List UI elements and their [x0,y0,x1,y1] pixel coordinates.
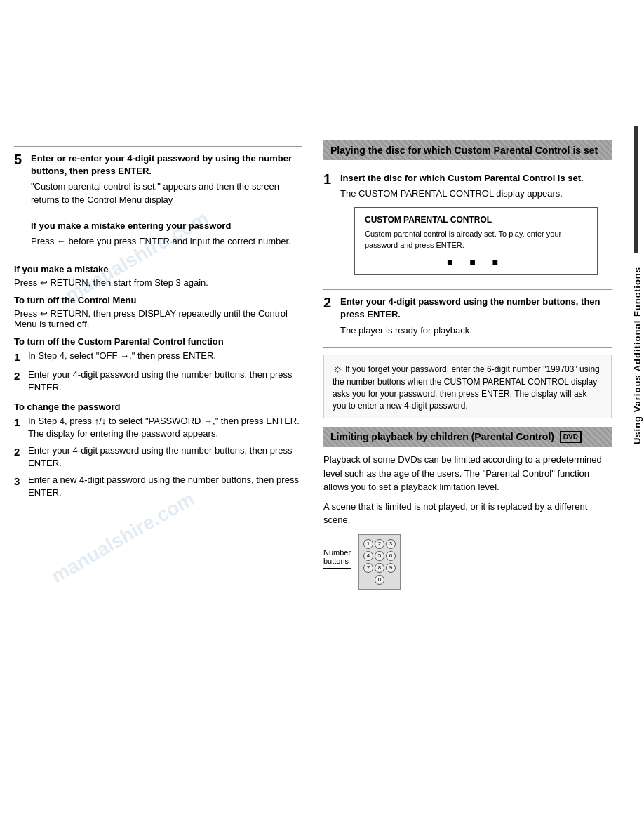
change-password-label: To change the password [14,402,302,412]
sidebar-bar [634,126,638,253]
step-1-number: 1 [323,172,336,282]
num-btn-1: 1 [363,539,373,549]
step-1-content: Insert the disc for which Custom Parenta… [340,172,612,282]
list-item: 1 In Step 4, select "OFF →," then press … [14,350,302,364]
num-btn-6: 6 [386,551,396,561]
display-box-icons: ■ ■ ■ [365,256,587,267]
num-buttons-label2: buttons [323,557,349,565]
limiting-section: Limiting playback by children (Parental … [323,427,612,590]
step-2: 2 Enter your 4-digit password using the … [323,296,612,340]
num-btn-7: 7 [363,563,373,573]
step-5-bold: Enter or re-enter your 4-digit password … [31,152,302,178]
tip-icon: ☼ [333,362,343,374]
left-column: 5 Enter or re-enter your 4-digit passwor… [14,140,309,590]
num-row-3: 7 8 9 [363,563,396,573]
list-item: 2 Enter your 4-digit password using the … [14,369,302,394]
turn-off-control-menu-label: To turn off the Control Menu [14,295,302,305]
custom-parental-control-display: CUSTOM PARENTAL CONTROL Custom parental … [354,207,598,275]
display-box-text: Custom parental control is already set. … [365,229,587,251]
num-row-4: 0 [363,575,396,585]
step-5-desc: "Custom parental control is set." appear… [31,180,302,206]
step-2-bold: Enter your 4-digit password using the nu… [340,296,612,321]
num-btn-0: 0 [375,575,384,585]
num-buttons-label-area: Number buttons [323,534,351,569]
num-btn-4: 4 [363,551,373,561]
num-buttons-label: Number [323,548,351,557]
display-box-title: CUSTOM PARENTAL CONTROL [365,215,587,225]
step-2-number: 2 [323,296,336,340]
step-1-desc: The CUSTOM PARENTAL CONTROL display appe… [340,187,612,200]
limiting-text-1: Playback of some DVDs can be limited acc… [323,453,612,494]
step-5-content: Enter or re-enter your 4-digit password … [31,152,302,251]
right-sidebar: Using Various Additional Functions [619,0,644,834]
password-mistake-label: If you make a mistake entering your pass… [31,220,302,232]
num-btn-9: 9 [386,563,396,573]
list-item: 2 Enter your 4-digit password using the … [14,444,302,470]
right-column: Playing the disc for which Custom Parent… [316,140,612,590]
num-buttons-area: Number buttons 1 2 3 4 [323,534,612,590]
num-btn-5: 5 [375,551,384,561]
limiting-text-2: A scene that is limited is not played, o… [323,500,612,527]
turn-off-custom-label: To turn off the Custom Parental Control … [14,336,302,347]
num-buttons-image: 1 2 3 4 5 6 7 8 [358,534,401,590]
num-btn-3: 3 [386,539,396,549]
turn-off-control-menu-section: To turn off the Control Menu Press ↩ RET… [14,295,302,329]
limiting-section-header: Limiting playback by children (Parental … [323,427,612,448]
mistake-section: If you make a mistake Press ↩ RETURN, th… [14,264,302,288]
step-2-desc: The player is ready for playback. [340,324,612,337]
num-row-1: 1 2 3 [363,539,396,549]
turn-off-custom-section: To turn off the Custom Parental Control … [14,336,302,394]
step-5-number: 5 [14,152,27,251]
dvd-badge: DVD [560,431,582,443]
step-1: 1 Insert the disc for which Custom Paren… [323,172,612,282]
tip-text: If you forget your password, enter the 6… [333,364,600,411]
step-1-bold: Insert the disc for which Custom Parenta… [340,172,612,185]
list-item: 1 In Step 4, press ↑/↓ to select "PASSWO… [14,415,302,440]
turn-off-custom-list: 1 In Step 4, select "OFF →," then press … [14,350,302,394]
num-row-2: 4 5 6 [363,551,396,561]
step-2-content: Enter your 4-digit password using the nu… [340,296,612,340]
password-mistake-text: Press ← before you press ENTER and input… [31,235,302,248]
mistake-label: If you make a mistake [14,264,302,274]
mistake-text: Press ↩ RETURN, then start from Step 3 a… [14,277,302,288]
step-5: 5 Enter or re-enter your 4-digit passwor… [14,152,302,251]
list-item: 3 Enter a new 4-digit password using the… [14,474,302,499]
change-password-section: To change the password 1 In Step 4, pres… [14,402,302,500]
change-password-list: 1 In Step 4, press ↑/↓ to select "PASSWO… [14,415,302,500]
num-btn-2: 2 [375,539,384,549]
num-btn-8: 8 [375,563,384,573]
playing-section-header: Playing the disc for which Custom Parent… [323,140,612,160]
tip-box: ☼ If you forget your password, enter the… [323,355,612,418]
sidebar-label: Using Various Additional Functions [632,267,643,444]
turn-off-control-menu-text: Press ↩ RETURN, then press DISPLAY repea… [14,308,302,329]
